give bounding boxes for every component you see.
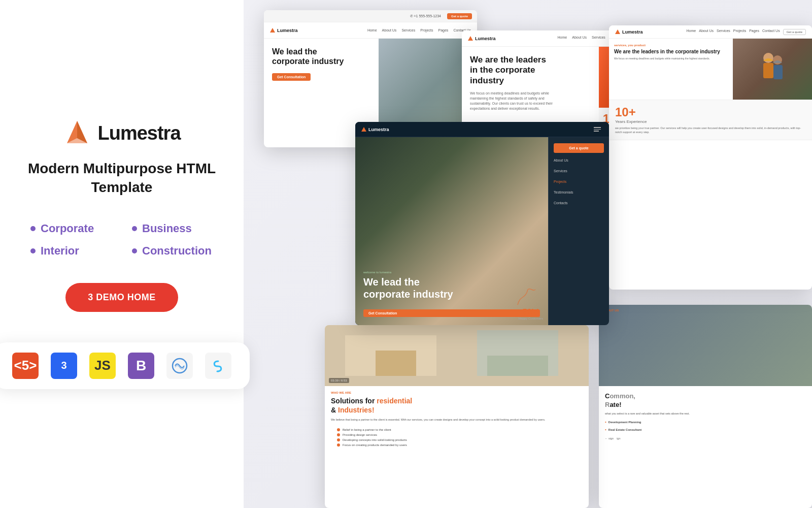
mock-dark-hero-area: welcome to lumestra We lead the corporat… [355, 137, 548, 325]
mock-dark-nav: Lumestra [355, 122, 609, 137]
mock-br-item-2: • Real Estate Consultant [605, 427, 806, 432]
mock-dark-stat: 50k* Happy Customers [519, 308, 543, 320]
mock-dark-layout: welcome to lumestra We lead the corporat… [355, 137, 609, 325]
mock-hero-title-1: We lead the corporate industry [272, 47, 353, 66]
mock-logo-1: Lumestra [270, 28, 298, 33]
mock-get-quote-btn-1: Get a quote [447, 13, 472, 19]
mock-logo-label-2: Lumestra [475, 36, 496, 41]
tech-icons-container: <5> 3 JS B [0, 342, 250, 389]
mock-welcome-label: welcome to lumestra [363, 271, 540, 274]
feature-construction: Construction [132, 244, 213, 258]
mock-right-sub: We focus on meeting deadlines and budget… [614, 57, 728, 60]
check-dot-3 [337, 438, 340, 441]
mock-right-desc: we prioritize being your true partner. O… [615, 126, 806, 135]
mockup-bottom-right: About Us Common, Rate! what you select i… [599, 305, 812, 508]
mock-sidebar-testimonials: Testimonials [554, 189, 604, 196]
mock-bottom-img: 03:39 / 6:53 [325, 325, 589, 386]
mock-dark-sidebar: Get a quote About Us Services Projects T… [548, 137, 609, 325]
mock-hamburger-icon [592, 125, 603, 134]
bullet-business [132, 226, 137, 231]
svg-rect-18 [487, 356, 548, 376]
mock-sidebar-services: Services [554, 168, 604, 174]
feature-business: Business [132, 222, 213, 235]
feature-corporate: Corporate [30, 222, 112, 235]
left-panel: Lumestra Modern Multipurpose HTML Templa… [0, 0, 244, 508]
mock-right-title: We are the leaders in the corporate indu… [614, 48, 728, 55]
mock-check-3: Developing concepts into solid-looking p… [337, 438, 577, 441]
mock-checklist: Belief in being a partner to the client … [331, 425, 583, 450]
css3-icon: 3 [51, 353, 77, 379]
svg-point-10 [763, 53, 773, 63]
javascript-icon: JS [89, 353, 116, 379]
tagline: Modern Multipurpose HTML Template [20, 160, 223, 197]
mock-nav-home: Home [367, 28, 377, 32]
mock-cta-1: Get Consultation [272, 73, 311, 81]
mock-right-years: 10+ [615, 105, 806, 119]
feature-interior: Interior [30, 244, 112, 258]
mock-right-logo-label: Lumestra [622, 29, 643, 35]
mock-hero-sub-2: We focus on meeting deadlines and budget… [470, 91, 561, 111]
bullet-corporate [30, 226, 36, 231]
mock-solutions-area: who we are Solutions for residential& In… [325, 386, 589, 455]
mock-br-item-1: • Development Planning [605, 420, 806, 424]
mock-nav-projects: Projects [420, 28, 433, 32]
mock-hero-title-2: We are the leaders in the corporate indu… [470, 55, 551, 86]
mock-br-nav-links: ← sign ign [605, 437, 806, 440]
mock-dark-hero-title: We lead the corporate industry [363, 276, 465, 300]
mock-right-hero: services, you product We are the leaders… [609, 39, 812, 100]
mock-nav-services: Services [401, 28, 415, 32]
mock-dark-hero-bg: welcome to lumestra We lead the corporat… [355, 137, 548, 325]
mock-logo-triangle-2 [468, 36, 473, 41]
mock-right-logo-triangle [615, 29, 620, 34]
check-dot-4 [337, 443, 340, 447]
mockup-dark-interior: Lumestra welcome to lumestra We lead the… [355, 122, 609, 325]
mock-who-we-are: who we are [331, 391, 583, 394]
mock-solutions-desc: We believe that being a partner to the c… [331, 418, 583, 422]
mock-dark-cta: Get Consultation [363, 309, 540, 317]
check-dot-1 [337, 428, 340, 431]
bullet-interior [30, 248, 36, 253]
tailwind-icon [205, 353, 231, 379]
mock-right-img [733, 39, 812, 100]
mock-top-nav: ✆ +1 555-555-1234 Get a quote [264, 10, 477, 22]
mock-phone: ✆ +1 555-555-1234 [410, 14, 441, 18]
features-grid: Corporate Business Interior Construction [20, 222, 223, 258]
mock-dark-logo-label: Lumestra [368, 127, 389, 132]
mock-nav-1: Lumestra Home About Us Services Projects… [264, 22, 477, 39]
bootstrap-icon: B [128, 353, 154, 379]
mock-sidebar-quote-btn: Get a quote [554, 143, 604, 153]
mock-sidebar-contacts: Contacts [554, 200, 604, 206]
svg-rect-16 [376, 351, 416, 376]
mock-br-desc: what you select is a rare and valuable a… [605, 411, 806, 416]
mock-br-img: About Us [599, 305, 812, 386]
mock-solutions-title: Solutions for residential& Industries! [331, 396, 583, 415]
svg-point-12 [773, 55, 782, 65]
mock-check-2: Providing design services [337, 433, 577, 436]
mock-logo-triangle-1 [270, 28, 275, 33]
mock-br-list: • Development Planning • Real Estate Con… [605, 420, 806, 432]
logo-icon [63, 119, 91, 147]
mock-nav-about: About Us [382, 28, 397, 32]
mock-br-main-title: Common, Rate! [605, 392, 806, 409]
sass-icon [166, 353, 193, 379]
svg-rect-13 [773, 65, 783, 79]
mock-check-4: Focus on creating products demanded by u… [337, 443, 577, 447]
bullet-construction [132, 248, 137, 253]
mock-timestamp: 03:39 / 6:53 [329, 378, 349, 383]
mock-dark-logo-triangle [361, 127, 366, 132]
svg-rect-11 [763, 63, 773, 78]
mock-nav-links-1: Home About Us Services Projects Pages Co… [367, 28, 471, 32]
logo-text: Lumestra [97, 122, 180, 144]
mock-sidebar-projects: Projects [554, 178, 604, 185]
mock-nav-pages: Pages [438, 28, 449, 32]
mock-right-nav-links: Home About Us Services Projects Pages Co… [687, 29, 806, 35]
demo-home-button[interactable]: 3 DEMO HOME [65, 283, 178, 312]
mock-right-years-label: Years Experience [615, 119, 806, 124]
mock-stats-row: 10+ Years Experience we prioritize being… [609, 100, 812, 140]
mock-right-logo: Lumestra [615, 29, 643, 35]
mock-logo-label-1: Lumestra [277, 28, 298, 33]
check-dot-2 [337, 433, 340, 436]
mock-dark-logo: Lumestra [361, 127, 389, 132]
mock-right-nav: Lumestra Home About Us Services Projects… [609, 25, 812, 39]
mock-right-hero-text: services, you product We are the leaders… [609, 39, 733, 100]
